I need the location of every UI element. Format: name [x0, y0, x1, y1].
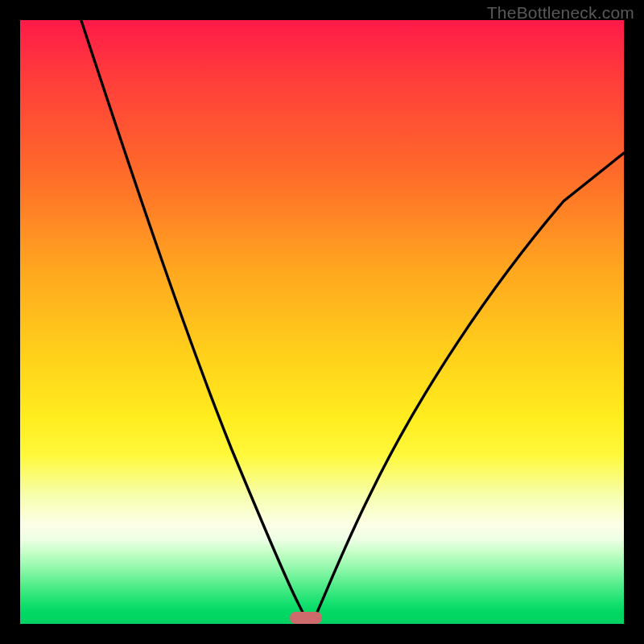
curve-left-branch — [81, 20, 304, 615]
chart-frame: TheBottleneck.com — [0, 0, 644, 644]
optimal-marker — [290, 612, 322, 624]
plot-area — [20, 20, 624, 624]
curve-right-branch — [316, 153, 625, 615]
bottleneck-curve — [20, 20, 624, 624]
